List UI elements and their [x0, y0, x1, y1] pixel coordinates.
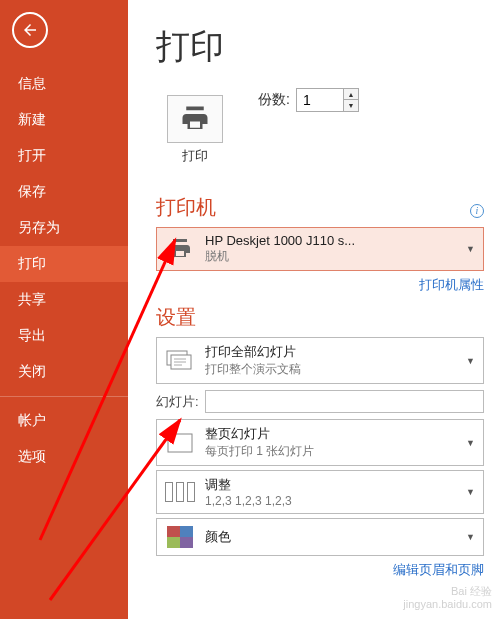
layout-title: 整页幻灯片: [205, 425, 456, 443]
print-range-title: 打印全部幻灯片: [205, 343, 456, 361]
info-icon[interactable]: i: [470, 204, 484, 218]
copies-control: 份数: ▲ ▼: [258, 88, 359, 112]
chevron-down-icon: ▼: [466, 244, 475, 254]
copies-down[interactable]: ▼: [344, 100, 358, 111]
print-panel: 打印 打印 份数: ▲ ▼ 打印机 i HP Deskjet: [128, 0, 500, 619]
copies-spinner[interactable]: ▲ ▼: [296, 88, 359, 112]
sidebar-item-open[interactable]: 打开: [0, 138, 128, 174]
sidebar-item-close[interactable]: 关闭: [0, 354, 128, 390]
collate-title: 调整: [205, 476, 456, 494]
copies-up[interactable]: ▲: [344, 89, 358, 100]
color-icon: [165, 524, 195, 550]
chevron-down-icon: ▼: [466, 487, 475, 497]
printer-section-title: 打印机: [156, 194, 216, 221]
printer-status: 脱机: [205, 248, 456, 265]
sidebar-item-new[interactable]: 新建: [0, 102, 128, 138]
printer-device-icon: [165, 236, 195, 262]
sidebar-item-save[interactable]: 保存: [0, 174, 128, 210]
copies-input[interactable]: [297, 89, 343, 111]
settings-section-title: 设置: [156, 304, 484, 331]
slides-label: 幻灯片:: [156, 393, 199, 411]
collate-dropdown[interactable]: 调整 1,2,3 1,2,3 1,2,3 ▼: [156, 470, 484, 514]
back-button[interactable]: [12, 12, 48, 48]
sidebar-item-account[interactable]: 帐户: [0, 403, 128, 439]
print-button[interactable]: 打印: [156, 88, 234, 172]
full-page-icon: [165, 430, 195, 456]
sidebar-item-share[interactable]: 共享: [0, 282, 128, 318]
sidebar-item-info[interactable]: 信息: [0, 66, 128, 102]
sidebar-divider: [0, 396, 128, 397]
layout-sub: 每页打印 1 张幻灯片: [205, 443, 456, 460]
print-button-label: 打印: [182, 147, 208, 165]
slides-all-icon: [165, 348, 195, 374]
copies-label: 份数:: [258, 91, 290, 109]
sidebar-item-print[interactable]: 打印: [0, 246, 128, 282]
sidebar-item-options[interactable]: 选项: [0, 439, 128, 475]
layout-dropdown[interactable]: 整页幻灯片 每页打印 1 张幻灯片 ▼: [156, 419, 484, 466]
page-title: 打印: [156, 24, 484, 70]
backstage-sidebar: 信息 新建 打开 保存 另存为 打印 共享 导出 关闭 帐户 选项: [0, 0, 128, 619]
collate-icon: [165, 479, 195, 505]
print-range-sub: 打印整个演示文稿: [205, 361, 456, 378]
printer-name: HP Deskjet 1000 J110 s...: [205, 233, 456, 248]
slides-input[interactable]: [205, 390, 484, 413]
chevron-down-icon: ▼: [466, 356, 475, 366]
svg-rect-5: [168, 434, 192, 452]
print-range-dropdown[interactable]: 打印全部幻灯片 打印整个演示文稿 ▼: [156, 337, 484, 384]
chevron-down-icon: ▼: [466, 532, 475, 542]
printer-properties-link[interactable]: 打印机属性: [419, 277, 484, 292]
watermark: Bai 经验 jingyan.baidu.com: [403, 585, 492, 611]
collate-sub: 1,2,3 1,2,3 1,2,3: [205, 494, 456, 508]
edit-header-footer-link[interactable]: 编辑页眉和页脚: [393, 562, 484, 577]
printer-icon: [167, 95, 223, 143]
color-title: 颜色: [205, 528, 456, 546]
sidebar-item-export[interactable]: 导出: [0, 318, 128, 354]
sidebar-item-saveas[interactable]: 另存为: [0, 210, 128, 246]
arrow-left-icon: [21, 21, 39, 39]
color-dropdown[interactable]: 颜色 ▼: [156, 518, 484, 556]
printer-dropdown[interactable]: HP Deskjet 1000 J110 s... 脱机 ▼: [156, 227, 484, 271]
chevron-down-icon: ▼: [466, 438, 475, 448]
